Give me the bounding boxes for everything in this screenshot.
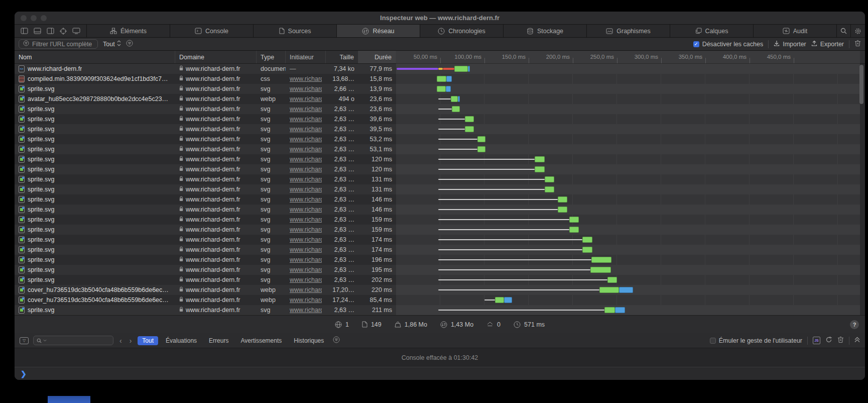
element-picker-icon[interactable] xyxy=(60,28,67,35)
previous-result-button[interactable]: ‹ xyxy=(118,337,123,345)
vertical-scrollbar[interactable] xyxy=(859,65,863,104)
initiator-link[interactable]: www.richard-d… xyxy=(290,156,322,163)
search-button[interactable] xyxy=(837,25,851,37)
console-filter-options-icon[interactable] xyxy=(333,336,340,345)
initiator-link[interactable]: www.richard-d… xyxy=(290,126,322,133)
run-javascript-icon[interactable]: JS xyxy=(813,337,820,344)
request-row[interactable]: sprite.svgwww.richard-dern.frsvgwww.rich… xyxy=(15,184,865,194)
tab-chronologies[interactable]: Chronologies xyxy=(420,25,504,37)
import-button[interactable]: Importer xyxy=(774,40,806,48)
help-button[interactable]: ? xyxy=(850,320,859,329)
request-row[interactable]: sprite.svgwww.richard-dern.frsvgwww.rich… xyxy=(15,144,865,154)
resource-type-dropdown[interactable]: Tout xyxy=(103,40,121,48)
initiator-link[interactable]: www.richard-d… xyxy=(290,106,322,113)
column-header-size[interactable]: Taille xyxy=(326,51,358,63)
initiator-link[interactable]: www.richard-d… xyxy=(290,296,322,304)
column-header-name[interactable]: Nom xyxy=(15,51,175,63)
console-scope-historiques[interactable]: Historiques xyxy=(289,336,328,345)
tab-sources[interactable]: Sources xyxy=(254,25,337,37)
clear-console-icon[interactable] xyxy=(837,336,844,345)
request-row[interactable]: sprite.svgwww.richard-dern.frsvgwww.rich… xyxy=(15,305,865,315)
initiator-link[interactable]: www.richard-d… xyxy=(290,256,322,263)
column-header-domain[interactable]: Domaine xyxy=(175,51,257,63)
request-row[interactable]: sprite.svgwww.richard-dern.frsvgwww.rich… xyxy=(15,265,865,275)
initiator-link[interactable]: www.richard-d… xyxy=(290,286,322,293)
initiator-link[interactable]: www.richard-d… xyxy=(290,116,322,123)
tab-calques[interactable]: Calques xyxy=(670,25,754,37)
reload-icon[interactable] xyxy=(825,336,832,345)
dock-bottom-icon[interactable] xyxy=(34,28,41,34)
tab-elements[interactable]: Éléments xyxy=(87,25,170,37)
column-header-duration[interactable]: Durée xyxy=(358,51,396,63)
initiator-link[interactable]: www.richard-d… xyxy=(290,307,322,314)
request-row[interactable]: sprite.svgwww.richard-dern.frsvgwww.rich… xyxy=(15,255,865,265)
initiator-link[interactable]: www.richard-d… xyxy=(290,166,322,173)
request-row[interactable]: sprite.svgwww.richard-dern.frsvgwww.rich… xyxy=(15,164,865,174)
request-row[interactable]: sprite.svgwww.richard-dern.frsvgwww.rich… xyxy=(15,225,865,235)
disable-caches-checkbox[interactable]: ✓ Désactiver les caches xyxy=(693,41,764,48)
dock-right-icon[interactable] xyxy=(47,28,54,34)
console-scope-erreurs[interactable]: Erreurs xyxy=(204,336,233,345)
initiator-link[interactable]: www.richard-d… xyxy=(290,236,322,243)
request-row[interactable]: compiled.min.38390909f303624ed9e1cf1bd3f… xyxy=(15,74,865,84)
request-row[interactable]: sprite.svgwww.richard-dern.frsvgwww.rich… xyxy=(15,235,865,245)
tab-stockage[interactable]: Stockage xyxy=(504,25,587,37)
initiator-link[interactable]: www.richard-d… xyxy=(290,95,322,103)
settings-gear-button[interactable] xyxy=(851,25,865,37)
initiator-link[interactable]: www.richard-d… xyxy=(290,186,322,193)
tab-console[interactable]: Console xyxy=(170,25,254,37)
initiator-link[interactable]: www.richard-d… xyxy=(290,206,322,213)
device-icon[interactable] xyxy=(72,28,80,34)
request-row[interactable]: avatar_hu85ecc3e298728880b0bde2dcc4e5c23… xyxy=(15,94,865,104)
console-filter-icon[interactable]: ▽ xyxy=(20,337,29,344)
request-row[interactable]: cover_hu736519dc3b5040cfa48b6b559b6de6ec… xyxy=(15,295,865,305)
request-row[interactable]: sprite.svgwww.richard-dern.frsvgwww.rich… xyxy=(15,215,865,225)
request-row[interactable]: sprite.svgwww.richard-dern.frsvgwww.rich… xyxy=(15,154,865,164)
request-row[interactable]: sprite.svgwww.richard-dern.frsvgwww.rich… xyxy=(15,245,865,255)
request-row[interactable]: sprite.svgwww.richard-dern.frsvgwww.rich… xyxy=(15,174,865,184)
initiator-link[interactable]: www.richard-d… xyxy=(290,176,322,183)
tab-audit[interactable]: Audit xyxy=(754,25,837,37)
console-scope-tout[interactable]: Tout xyxy=(138,336,158,345)
initiator-link[interactable]: www.richard-d… xyxy=(290,246,322,253)
console-scope-evaluations[interactable]: Évaluations xyxy=(161,336,201,345)
initiator-link[interactable]: www.richard-d… xyxy=(290,75,322,82)
column-header-type[interactable]: Type xyxy=(257,51,286,63)
filter-options-icon[interactable] xyxy=(126,40,133,48)
request-row[interactable]: sprite.svgwww.richard-dern.frsvgwww.rich… xyxy=(15,124,865,134)
console-scope-avertissements[interactable]: Avertissements xyxy=(236,336,286,345)
next-result-button[interactable]: › xyxy=(128,337,134,345)
initiator-link[interactable]: www.richard-d… xyxy=(290,136,322,143)
initiator-link[interactable]: www.richard-d… xyxy=(290,85,322,92)
request-row[interactable]: sprite.svgwww.richard-dern.frsvgwww.rich… xyxy=(15,114,865,124)
console-prompt[interactable]: ❯ xyxy=(15,367,865,380)
emulate-user-gesture-checkbox[interactable]: Émuler le geste de l'utilisateur xyxy=(710,337,802,344)
dock-left-icon[interactable] xyxy=(21,28,28,34)
minimize-window-button[interactable] xyxy=(31,15,37,21)
column-header-initiator[interactable]: Initiateur xyxy=(286,51,326,63)
initiator-link[interactable]: www.richard-d… xyxy=(290,216,322,223)
tab-reseau[interactable]: Réseau xyxy=(337,25,420,37)
initiator-link[interactable]: www.richard-d… xyxy=(290,196,322,203)
initiator-link[interactable]: www.richard-d… xyxy=(290,266,322,273)
url-filter-input[interactable]: Filtrer l'URL complète xyxy=(19,39,98,49)
initiator-link[interactable]: www.richard-d… xyxy=(290,146,322,153)
request-row[interactable]: sprite.svgwww.richard-dern.frsvgwww.rich… xyxy=(15,134,865,144)
console-search-input[interactable] xyxy=(33,336,113,345)
initiator-link[interactable]: www.richard-d… xyxy=(290,226,322,233)
request-row[interactable]: sprite.svgwww.richard-dern.frsvgwww.rich… xyxy=(15,84,865,94)
close-window-button[interactable] xyxy=(21,15,27,21)
initiator-link[interactable]: www.richard-d… xyxy=(290,276,322,283)
export-button[interactable]: Exporter xyxy=(811,40,844,48)
request-row[interactable]: sprite.svgwww.richard-dern.frsvgwww.rich… xyxy=(15,104,865,114)
request-row[interactable]: cover_hu736519dc3b5040cfa48b6b559b6de6ec… xyxy=(15,285,865,295)
resource-type: svg xyxy=(257,134,286,144)
request-row[interactable]: <>www.richard-dern.frwww.richard-dern.fr… xyxy=(15,64,865,74)
clear-network-items-icon[interactable] xyxy=(854,40,861,48)
collapse-console-icon[interactable] xyxy=(854,337,860,344)
request-row[interactable]: sprite.svgwww.richard-dern.frsvgwww.rich… xyxy=(15,205,865,215)
zoom-window-button[interactable] xyxy=(41,15,47,21)
tab-graphismes[interactable]: Graphismes xyxy=(587,25,670,37)
request-row[interactable]: sprite.svgwww.richard-dern.frsvgwww.rich… xyxy=(15,275,865,285)
request-row[interactable]: sprite.svgwww.richard-dern.frsvgwww.rich… xyxy=(15,194,865,205)
